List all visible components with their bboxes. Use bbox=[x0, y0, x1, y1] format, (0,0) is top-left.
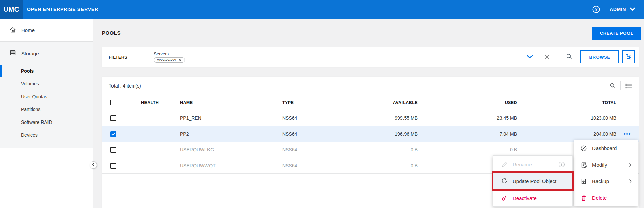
row-checkbox[interactable] bbox=[110, 163, 116, 169]
chevron-down-icon bbox=[527, 55, 533, 60]
sidebar-item-label: User Quotas bbox=[21, 94, 47, 99]
gauge-icon bbox=[580, 145, 587, 152]
sidebar-item-label: Partitions bbox=[21, 107, 40, 112]
page-title: POOLS bbox=[102, 30, 121, 36]
column-header-type[interactable]: TYPE bbox=[281, 100, 348, 105]
pool-actions-submenu: Rename Update Pool Object Deactivate bbox=[493, 155, 573, 207]
table-search-icon[interactable] bbox=[610, 83, 616, 89]
sidebar-collapse-button[interactable] bbox=[90, 161, 97, 169]
chevron-down-icon bbox=[630, 7, 635, 12]
object-tree-button[interactable] bbox=[622, 50, 635, 63]
chevron-right-icon bbox=[629, 163, 632, 167]
menu-item-label: Deactivate bbox=[513, 195, 537, 201]
sidebar-item-volumes[interactable]: Volumes bbox=[0, 77, 93, 90]
sidebar-storage-group: Storage Pools Volumes User Quotas Partit… bbox=[0, 42, 93, 148]
menu-item-update-pool-object[interactable]: Update Pool Object bbox=[493, 173, 572, 189]
filter-collapse-button[interactable] bbox=[521, 55, 538, 60]
page-header: POOLS CREATE POOL bbox=[93, 19, 644, 47]
filter-group-servers: Servers xxxx-xx-xxx bbox=[154, 51, 185, 63]
sidebar-item-label: Devices bbox=[21, 132, 38, 138]
edit-document-icon bbox=[580, 162, 587, 168]
pool-name: PP1_REN bbox=[176, 115, 281, 121]
column-header-used[interactable]: USED bbox=[418, 100, 517, 105]
total-count: Total : 4 item(s) bbox=[109, 83, 141, 89]
pool-available: 999.55 MB bbox=[348, 115, 418, 121]
menu-item-delete[interactable]: Delete bbox=[574, 189, 638, 206]
product-title: OPEN ENTERPRISE SERVER bbox=[27, 7, 98, 12]
user-name: ADMIN bbox=[610, 7, 626, 12]
menu-item-deactivate[interactable]: Deactivate bbox=[493, 189, 572, 206]
svg-text:?: ? bbox=[595, 7, 597, 12]
table-toolbar: Total : 4 item(s) bbox=[102, 77, 639, 95]
pool-available: 0 B bbox=[348, 163, 418, 168]
row-checkbox[interactable] bbox=[110, 147, 116, 153]
pool-type: NSS64 bbox=[281, 147, 348, 152]
filter-chip-label: xxxx-xx-xxx bbox=[157, 58, 176, 62]
filter-clear-button[interactable] bbox=[538, 54, 556, 60]
pool-used: 7.04 MB bbox=[418, 131, 517, 137]
row-checkbox[interactable] bbox=[110, 131, 116, 137]
pool-used: 23.45 MB bbox=[418, 115, 517, 121]
umc-logo: UMC bbox=[0, 0, 23, 19]
storage-icon bbox=[9, 49, 17, 57]
sidebar-item-home[interactable]: Home bbox=[0, 19, 93, 42]
filter-group-label: Servers bbox=[154, 51, 185, 56]
column-header-name[interactable]: NAME bbox=[176, 100, 281, 105]
menu-item-modify[interactable]: Modify bbox=[574, 157, 638, 173]
browse-button[interactable]: BROWSE bbox=[580, 50, 619, 63]
chip-remove-icon[interactable] bbox=[179, 59, 182, 62]
chevron-left-icon bbox=[92, 162, 95, 168]
refresh-icon bbox=[501, 178, 508, 184]
sidebar-item-partitions[interactable]: Partitions bbox=[0, 103, 93, 116]
menu-item-label: Dashboard bbox=[592, 145, 617, 151]
menu-item-label: Modify bbox=[592, 162, 607, 168]
menu-item-label: Rename bbox=[513, 162, 532, 167]
pool-type: NSS64 bbox=[281, 163, 348, 168]
object-tree-icon bbox=[625, 54, 632, 61]
create-pool-button[interactable]: CREATE POOL bbox=[592, 27, 641, 40]
menu-item-label: Update Pool Object bbox=[513, 178, 556, 184]
column-header-total[interactable]: TOTAL bbox=[517, 100, 616, 105]
chevron-right-icon bbox=[629, 179, 632, 184]
sidebar-item-software-raid[interactable]: Software RAID bbox=[0, 116, 93, 129]
pool-type: NSS64 bbox=[281, 131, 348, 137]
menu-item-backup[interactable]: Backup bbox=[574, 173, 638, 189]
filter-search-button[interactable] bbox=[560, 53, 578, 61]
row-actions-menu: Dashboard Modify Backup Delete bbox=[574, 140, 638, 206]
column-header-available[interactable]: AVAILABLE bbox=[348, 100, 418, 105]
pool-name: USERQUWLKG bbox=[176, 147, 281, 152]
trash-icon bbox=[580, 195, 587, 201]
search-icon bbox=[566, 53, 572, 61]
sidebar-item-devices[interactable]: Devices bbox=[0, 129, 93, 141]
row-checkbox[interactable] bbox=[110, 115, 116, 121]
pool-name: USERQUWWQT bbox=[176, 163, 281, 168]
help-circle-icon[interactable]: ? bbox=[592, 5, 600, 13]
sidebar-item-label: Pools bbox=[21, 68, 34, 74]
sidebar-item-user-quotas[interactable]: User Quotas bbox=[0, 90, 93, 103]
filters-label: FILTERS bbox=[102, 55, 127, 60]
menu-item-label: Backup bbox=[592, 178, 609, 184]
sidebar: Home Storage Pools Volumes User Quotas P… bbox=[0, 19, 93, 208]
menu-item-dashboard[interactable]: Dashboard bbox=[574, 140, 638, 157]
filter-bar: FILTERS Servers xxxx-xx-xxx bbox=[102, 47, 639, 67]
menu-item-label: Delete bbox=[592, 195, 607, 201]
sidebar-item-storage[interactable]: Storage bbox=[0, 42, 93, 65]
menu-item-rename[interactable]: Rename bbox=[493, 156, 572, 173]
pool-name: PP2 bbox=[176, 131, 281, 137]
column-header-health[interactable]: HEALTH bbox=[131, 100, 176, 105]
pool-type: NSS64 bbox=[281, 115, 348, 121]
table-header-row: HEALTH NAME TYPE AVAILABLE USED TOTAL bbox=[102, 95, 639, 110]
pool-total: 204.00 MB bbox=[517, 131, 616, 137]
pencil-icon bbox=[501, 161, 508, 168]
filter-chip[interactable]: xxxx-xx-xxx bbox=[154, 57, 185, 63]
row-actions-ellipsis-icon[interactable]: ••• bbox=[624, 132, 631, 136]
select-all-checkbox[interactable] bbox=[110, 100, 116, 105]
sidebar-item-label: Storage bbox=[21, 50, 39, 56]
unplug-icon bbox=[501, 195, 508, 201]
sidebar-item-pools[interactable]: Pools bbox=[0, 65, 93, 77]
list-view-icon[interactable] bbox=[625, 83, 632, 89]
pool-total: 1023.00 MB bbox=[517, 115, 616, 121]
admin-user-menu[interactable]: ADMIN bbox=[610, 7, 635, 12]
divider bbox=[620, 81, 621, 90]
table-row: PP2 NSS64 196.96 MB 7.04 MB 204.00 MB ••… bbox=[102, 126, 639, 142]
